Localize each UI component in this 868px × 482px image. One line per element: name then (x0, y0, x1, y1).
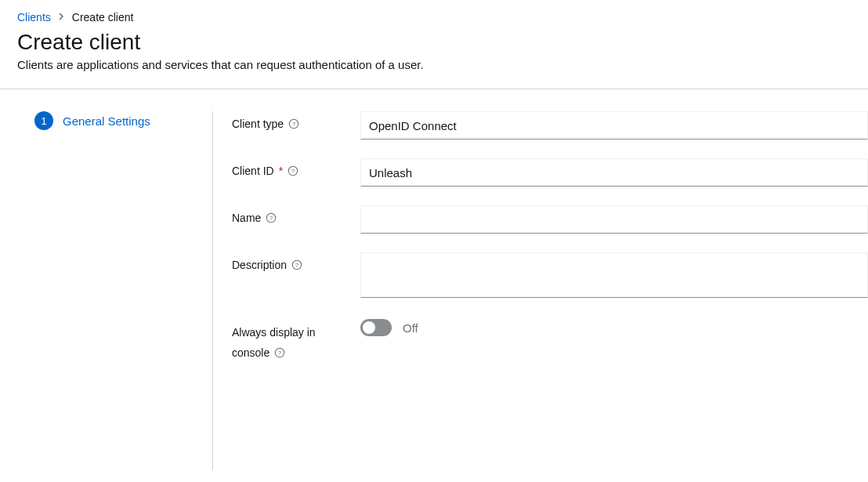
help-icon[interactable]: ? (291, 259, 302, 270)
field-client-id: Client ID * ? (232, 158, 868, 187)
svg-text:?: ? (295, 262, 299, 269)
name-input[interactable] (360, 205, 868, 234)
step-number-badge: 1 (34, 111, 53, 130)
help-icon[interactable]: ? (266, 212, 277, 223)
help-icon[interactable]: ? (288, 165, 298, 176)
name-label: Name (232, 212, 261, 224)
breadcrumb-current: Create client (72, 11, 134, 24)
client-id-label: Client ID (232, 165, 274, 177)
wizard-steps: 1 General Settings (0, 111, 213, 470)
page-header: Create client Clients are applications a… (0, 30, 868, 89)
description-label-wrap: Description ? (232, 252, 360, 271)
step-label: General Settings (63, 114, 150, 128)
field-name: Name ? (232, 205, 868, 234)
field-always-display: Always display in console ? Off (232, 319, 868, 361)
always-display-state: Off (403, 321, 418, 335)
svg-text:?: ? (269, 215, 273, 222)
field-description: Description ? (232, 252, 868, 300)
chevron-right-icon (59, 13, 64, 22)
description-label: Description (232, 259, 287, 271)
page-title: Create client (17, 30, 851, 55)
always-display-label-l2: console (232, 346, 269, 361)
field-client-type: Client type ? OpenID Connect (232, 111, 868, 140)
breadcrumb: Clients Create client (0, 0, 868, 30)
form-panel: Client type ? OpenID Connect Client ID *… (213, 111, 868, 470)
svg-text:?: ? (291, 168, 295, 175)
client-id-label-wrap: Client ID * ? (232, 158, 360, 177)
svg-text:?: ? (278, 350, 282, 357)
always-display-toggle[interactable] (360, 319, 392, 336)
client-type-select[interactable]: OpenID Connect (360, 111, 868, 140)
description-input[interactable] (360, 252, 868, 298)
always-display-label-l1: Always display in (232, 325, 351, 341)
wizard-content: 1 General Settings Client type ? OpenID … (0, 89, 868, 470)
help-icon[interactable]: ? (288, 118, 299, 129)
step-general-settings[interactable]: 1 General Settings (34, 111, 197, 130)
name-label-wrap: Name ? (232, 205, 360, 224)
toggle-knob (363, 321, 375, 334)
client-type-label: Client type (232, 118, 284, 130)
svg-text:?: ? (292, 121, 296, 128)
always-display-label-wrap: Always display in console ? (232, 319, 360, 361)
client-type-label-wrap: Client type ? (232, 111, 360, 130)
required-indicator: * (279, 165, 283, 177)
breadcrumb-clients-link[interactable]: Clients (17, 11, 51, 24)
help-icon[interactable]: ? (274, 347, 285, 358)
client-id-input[interactable] (360, 158, 868, 187)
client-type-value: OpenID Connect (369, 119, 457, 132)
page-subtitle: Clients are applications and services th… (17, 58, 851, 71)
